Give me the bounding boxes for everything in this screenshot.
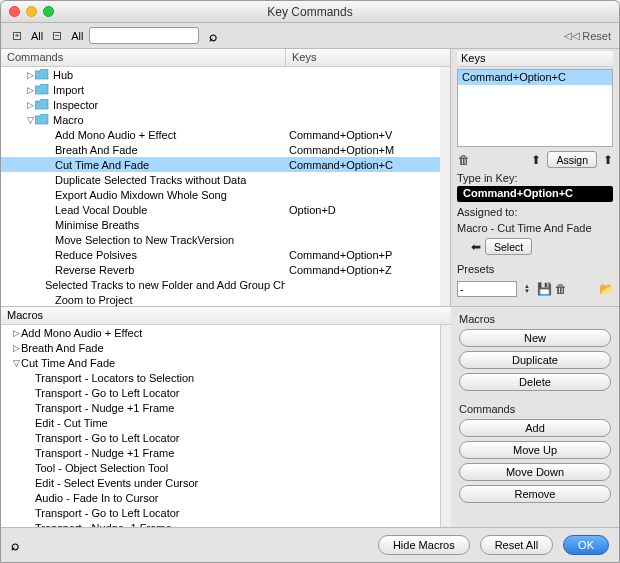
macro-step-label: Tool - Object Selection Tool bbox=[35, 462, 168, 474]
macro-step-row[interactable]: Transport - Go to Left Locator bbox=[1, 385, 440, 400]
command-label: Reverse Reverb bbox=[55, 264, 134, 276]
macro-step-row[interactable]: Tool - Object Selection Tool bbox=[1, 460, 440, 475]
disclosure-triangle[interactable]: ▷ bbox=[25, 100, 35, 110]
command-row[interactable]: Reverse ReverbCommand+Option+Z bbox=[1, 262, 440, 277]
hide-macros-button[interactable]: Hide Macros bbox=[378, 535, 470, 555]
command-label: Minimise Breaths bbox=[55, 219, 139, 231]
macro-delete-button[interactable]: Delete bbox=[459, 373, 611, 391]
command-add-button[interactable]: Add bbox=[459, 419, 611, 437]
command-label: Reduce Polsives bbox=[55, 249, 137, 261]
folder-label: Macro bbox=[53, 114, 84, 126]
disclosure-triangle[interactable]: ▷ bbox=[25, 70, 35, 80]
command-key: Command+Option+M bbox=[285, 144, 440, 156]
rewind-icon: ◁◁ bbox=[564, 30, 580, 41]
command-row[interactable]: Cut Time And FadeCommand+Option+C bbox=[1, 157, 440, 172]
assignment-pane: Keys Command+Option+C 🗑 ⬆ Assign ⬆ Type … bbox=[451, 49, 619, 306]
commands-tree[interactable]: ▷Hub▷Import▷Inspector▽MacroAdd Mono Audi… bbox=[1, 67, 440, 306]
command-key: Command+Option+C bbox=[285, 159, 440, 171]
macro-step-row[interactable]: Edit - Select Events under Cursor bbox=[1, 475, 440, 490]
macro-step-row[interactable]: Audio - Fade In to Cursor bbox=[1, 490, 440, 505]
titlebar: Key Commands bbox=[1, 1, 619, 23]
ok-button[interactable]: OK bbox=[563, 535, 609, 555]
open-folder-icon[interactable]: 📂 bbox=[599, 282, 613, 296]
stepper-icon[interactable]: ▲▼ bbox=[520, 282, 534, 296]
folder-row[interactable]: ▽Macro bbox=[1, 112, 440, 127]
macros-tree[interactable]: ▷Add Mono Audio + Effect▷Breath And Fade… bbox=[1, 325, 441, 527]
command-row[interactable]: Move Selection to New TrackVersion bbox=[1, 232, 440, 247]
macro-label: Cut Time And Fade bbox=[21, 357, 115, 369]
macro-duplicate-button[interactable]: Duplicate bbox=[459, 351, 611, 369]
command-row[interactable]: Add Mono Audio + EffectCommand+Option+V bbox=[1, 127, 440, 142]
save-preset-icon[interactable]: 💾 bbox=[537, 282, 551, 296]
keys-list-item[interactable]: Command+Option+C bbox=[458, 70, 612, 85]
macro-row[interactable]: ▽Cut Time And Fade bbox=[1, 355, 440, 370]
expand-all-button[interactable]: + bbox=[9, 28, 25, 44]
macros-pane: Macros ▷Add Mono Audio + Effect▷Breath A… bbox=[1, 307, 451, 527]
macro-row[interactable]: ▷Breath And Fade bbox=[1, 340, 440, 355]
footer: ⌕ Hide Macros Reset All OK bbox=[1, 528, 619, 562]
folder-row[interactable]: ▷Hub bbox=[1, 67, 440, 82]
command-move-down-button[interactable]: Move Down bbox=[459, 463, 611, 481]
reset-all-button[interactable]: Reset All bbox=[480, 535, 553, 555]
folder-row[interactable]: ▷Import bbox=[1, 82, 440, 97]
presets-label: Presets bbox=[457, 263, 613, 275]
command-row[interactable]: Zoom to Project bbox=[1, 292, 440, 306]
folder-icon bbox=[35, 69, 49, 80]
reset-label: Reset bbox=[582, 30, 611, 42]
macro-step-label: Transport - Go to Left Locator bbox=[35, 432, 180, 444]
folder-label: Import bbox=[53, 84, 84, 96]
macro-step-label: Edit - Cut Time bbox=[35, 417, 108, 429]
command-row[interactable]: Duplicate Selected Tracks without Data bbox=[1, 172, 440, 187]
commands-section-label: Commands bbox=[459, 403, 611, 415]
folder-row[interactable]: ▷Inspector bbox=[1, 97, 440, 112]
macro-step-label: Transport - Locators to Selection bbox=[35, 372, 194, 384]
disclosure-triangle[interactable]: ▽ bbox=[25, 115, 35, 125]
reset-button[interactable]: ◁◁ Reset bbox=[564, 30, 611, 42]
type-in-key-field[interactable]: Command+Option+C bbox=[457, 186, 613, 202]
collapse-all-button[interactable]: − bbox=[49, 28, 65, 44]
command-row[interactable]: Lead Vocal DoubleOption+D bbox=[1, 202, 440, 217]
disclosure-triangle[interactable]: ▽ bbox=[11, 358, 21, 368]
command-row[interactable]: Breath And FadeCommand+Option+M bbox=[1, 142, 440, 157]
command-row[interactable]: Minimise Breaths bbox=[1, 217, 440, 232]
macro-step-row[interactable]: Edit - Cut Time bbox=[1, 415, 440, 430]
macro-step-row[interactable]: Transport - Nudge -1 Frame bbox=[1, 520, 440, 527]
disclosure-triangle[interactable]: ▷ bbox=[25, 85, 35, 95]
macro-step-row[interactable]: Transport - Nudge +1 Frame bbox=[1, 400, 440, 415]
column-commands-header[interactable]: Commands bbox=[1, 49, 286, 66]
command-move-up-button[interactable]: Move Up bbox=[459, 441, 611, 459]
arrow-up-icon: ⬆ bbox=[531, 153, 541, 167]
disclosure-triangle[interactable]: ▷ bbox=[11, 343, 21, 353]
search-icon[interactable]: ⌕ bbox=[205, 28, 221, 44]
presets-field[interactable] bbox=[457, 281, 517, 297]
macro-step-row[interactable]: Transport - Go to Left Locator bbox=[1, 430, 440, 445]
command-label: Cut Time And Fade bbox=[55, 159, 149, 171]
command-label: Duplicate Selected Tracks without Data bbox=[55, 174, 246, 186]
magnifier-icon[interactable]: ⌕ bbox=[11, 537, 19, 553]
disclosure-triangle[interactable]: ▷ bbox=[11, 328, 21, 338]
column-keys-header[interactable]: Keys bbox=[286, 49, 450, 66]
macro-step-row[interactable]: Transport - Nudge +1 Frame bbox=[1, 445, 440, 460]
macro-label: Add Mono Audio + Effect bbox=[21, 327, 142, 339]
macros-scrollbar[interactable] bbox=[441, 325, 451, 527]
macro-new-button[interactable]: New bbox=[459, 329, 611, 347]
keys-list-header: Keys bbox=[457, 51, 613, 67]
command-row[interactable]: Selected Tracks to new Folder and Add Gr… bbox=[1, 277, 440, 292]
command-label: Export Audio Mixdown Whole Song bbox=[55, 189, 227, 201]
trash-icon[interactable]: 🗑 bbox=[457, 153, 471, 167]
macro-row[interactable]: ▷Add Mono Audio + Effect bbox=[1, 325, 440, 340]
command-row[interactable]: Export Audio Mixdown Whole Song bbox=[1, 187, 440, 202]
delete-preset-icon[interactable]: 🗑 bbox=[554, 282, 568, 296]
macro-step-row[interactable]: Transport - Go to Left Locator bbox=[1, 505, 440, 520]
commands-scrollbar[interactable] bbox=[440, 67, 450, 306]
macros-header: Macros bbox=[1, 307, 451, 325]
assign-button[interactable]: Assign bbox=[547, 151, 597, 168]
keys-list[interactable]: Command+Option+C bbox=[457, 69, 613, 147]
type-in-label: Type in Key: bbox=[457, 172, 613, 184]
macro-step-row[interactable]: Transport - Locators to Selection bbox=[1, 370, 440, 385]
search-input[interactable] bbox=[89, 27, 199, 44]
command-remove-button[interactable]: Remove bbox=[459, 485, 611, 503]
command-row[interactable]: Reduce PolsivesCommand+Option+P bbox=[1, 247, 440, 262]
folder-icon bbox=[35, 84, 49, 95]
select-button[interactable]: Select bbox=[485, 238, 532, 255]
